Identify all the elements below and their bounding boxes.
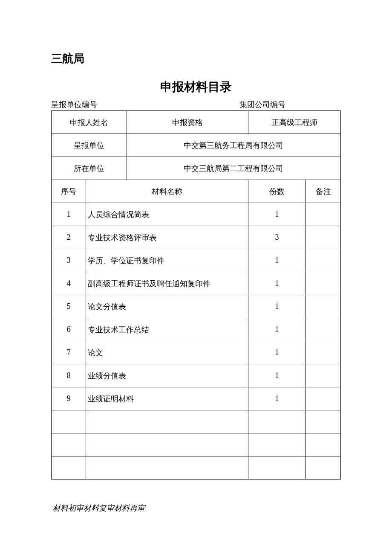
submit-unit-value: 中交第三航务工程局有限公司 xyxy=(127,134,340,157)
cell-no: 7 xyxy=(52,341,86,364)
cell-copies xyxy=(248,433,306,456)
cell-remark xyxy=(306,249,341,272)
cell-no: 9 xyxy=(52,387,86,410)
col-no: 序号 xyxy=(52,180,86,203)
affiliated-unit-value: 中交三航局第二工程有限公司 xyxy=(127,157,340,180)
group-company-code-label: 集团公司编号 xyxy=(239,99,341,110)
cell-copies: 1 xyxy=(248,249,306,272)
table-row: 4 副高级工程师证书及聘任通知复印件 1 xyxy=(52,272,341,295)
table-row: 8 业绩分值表 1 xyxy=(52,364,341,387)
info-row-affiliated-unit: 所在单位 中交三航局第二工程有限公司 xyxy=(52,157,341,180)
cell-name: 副高级工程师证书及聘任通知复印件 xyxy=(86,272,248,295)
affiliated-unit-label: 所在单位 xyxy=(52,157,127,180)
cell-remark xyxy=(306,226,341,249)
cell-copies: 1 xyxy=(248,364,306,387)
cell-no xyxy=(52,433,86,456)
cell-copies: 1 xyxy=(248,318,306,341)
cell-name: 学历、学位证书复印件 xyxy=(86,249,248,272)
code-row: 呈报单位编号 集团公司编号 xyxy=(51,99,341,110)
materials-table: 申报人姓名 申报资格 正高级工程师 呈报单位 中交第三航务工程局有限公司 所在单… xyxy=(51,110,341,479)
cell-name: 专业技术工作总结 xyxy=(86,318,248,341)
submit-unit-label: 呈报单位 xyxy=(52,134,127,157)
info-row-applicant: 申报人姓名 申报资格 正高级工程师 xyxy=(52,111,341,134)
cell-copies: 3 xyxy=(248,226,306,249)
cell-name: 人员综合情况简表 xyxy=(86,203,248,226)
cell-remark xyxy=(306,272,341,295)
cell-remark xyxy=(306,387,341,410)
cell-no xyxy=(52,456,86,479)
cell-name xyxy=(86,433,248,456)
cell-name: 论文 xyxy=(86,341,248,364)
cell-remark xyxy=(306,364,341,387)
cell-no: 1 xyxy=(52,203,86,226)
table-row xyxy=(52,410,341,433)
col-remark: 备注 xyxy=(306,180,341,203)
cell-name: 专业技术资格评审表 xyxy=(86,226,248,249)
cell-remark xyxy=(306,341,341,364)
cell-remark xyxy=(306,433,341,456)
cell-name: 业绩证明材料 xyxy=(86,387,248,410)
table-row: 7 论文 1 xyxy=(52,341,341,364)
cell-no: 5 xyxy=(52,295,86,318)
cell-copies: 1 xyxy=(248,387,306,410)
organization-name: 三航局 xyxy=(51,51,341,66)
table-row xyxy=(52,433,341,456)
table-row xyxy=(52,456,341,479)
submit-unit-code-label: 呈报单位编号 xyxy=(51,99,239,110)
cell-remark xyxy=(306,203,341,226)
applicant-name-label: 申报人姓名 xyxy=(52,111,127,134)
table-row: 5 论文分值表 1 xyxy=(52,295,341,318)
cell-name xyxy=(86,456,248,479)
cell-copies: 1 xyxy=(248,295,306,318)
table-row: 9 业绩证明材料 1 xyxy=(52,387,341,410)
cell-copies xyxy=(248,456,306,479)
cell-no: 4 xyxy=(52,272,86,295)
info-row-submit-unit: 呈报单位 中交第三航务工程局有限公司 xyxy=(52,134,341,157)
col-name: 材料名称 xyxy=(86,180,248,203)
cell-copies xyxy=(248,410,306,433)
document-title: 申报材料目录 xyxy=(51,79,341,95)
table-row: 6 专业技术工作总结 1 xyxy=(52,318,341,341)
cell-name: 业绩分值表 xyxy=(86,364,248,387)
cell-no: 3 xyxy=(52,249,86,272)
cell-no: 8 xyxy=(52,364,86,387)
cell-remark xyxy=(306,456,341,479)
cell-no: 6 xyxy=(52,318,86,341)
cell-name xyxy=(86,410,248,433)
footer-review-text: 材料初审材料复审材料再审 xyxy=(51,503,341,513)
cell-remark xyxy=(306,318,341,341)
cell-copies: 1 xyxy=(248,272,306,295)
qualification-value: 正高级工程师 xyxy=(248,111,340,134)
cell-name: 论文分值表 xyxy=(86,295,248,318)
qualification-label: 申报资格 xyxy=(127,111,248,134)
cell-no xyxy=(52,410,86,433)
cell-remark xyxy=(306,295,341,318)
table-row: 3 学历、学位证书复印件 1 xyxy=(52,249,341,272)
cell-remark xyxy=(306,410,341,433)
table-row: 1 人员综合情况简表 1 xyxy=(52,203,341,226)
table-row: 2 专业技术资格评审表 3 xyxy=(52,226,341,249)
header-row: 序号 材料名称 份数 备注 xyxy=(52,180,341,203)
cell-copies: 1 xyxy=(248,341,306,364)
col-copies: 份数 xyxy=(248,180,306,203)
cell-no: 2 xyxy=(52,226,86,249)
cell-copies: 1 xyxy=(248,203,306,226)
